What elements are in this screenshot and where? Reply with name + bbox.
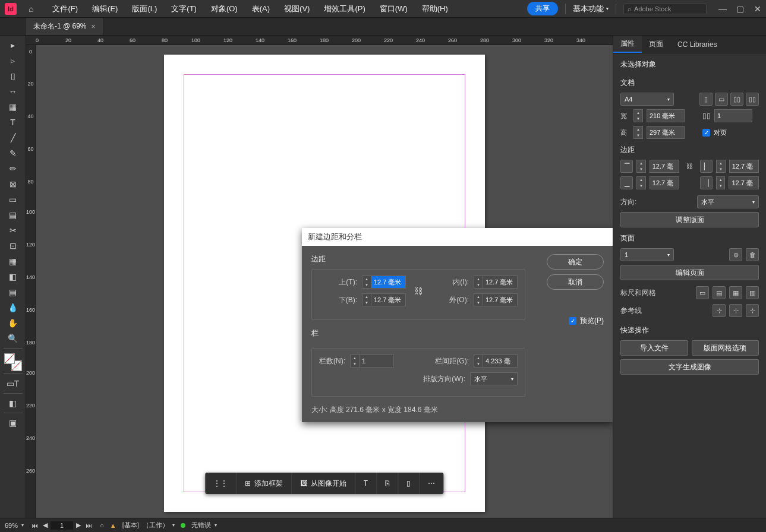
document-grid-icon[interactable]: ▦ xyxy=(729,286,742,299)
menu-object[interactable]: 对象(O) xyxy=(204,4,245,14)
tool-direct-select[interactable]: ▹ xyxy=(5,53,21,68)
tool-scissors[interactable]: ✂ xyxy=(5,223,21,238)
tool-content-collector[interactable]: ▦ xyxy=(5,100,21,114)
delete-page-icon[interactable]: 🗑 xyxy=(746,248,759,261)
gutter-stepper[interactable]: ▲▼ xyxy=(474,354,483,368)
current-page-display[interactable]: 1 xyxy=(51,521,73,530)
menu-table[interactable]: 表(A) xyxy=(245,4,277,14)
tool-free-transform[interactable]: ⊡ xyxy=(5,239,21,253)
edit-pages-button[interactable]: 编辑页面 xyxy=(620,265,759,280)
margin-inside-stepper[interactable]: ▲▼ xyxy=(474,276,483,289)
tool-note[interactable]: ▤ xyxy=(5,285,21,299)
margin-top-stepper[interactable]: ▲▼ xyxy=(362,276,371,289)
menu-help[interactable]: 帮助(H) xyxy=(415,4,455,14)
maximize-button[interactable]: ▢ xyxy=(736,4,743,14)
cancel-button[interactable]: 取消 xyxy=(547,274,604,290)
margin-top-input[interactable]: 12.7 毫米 xyxy=(371,276,406,289)
gutter-input[interactable]: 4.233 毫 xyxy=(483,354,518,368)
margin-inside-input[interactable]: 12.7 毫米 xyxy=(483,276,518,289)
link-margins-panel-icon[interactable]: ⛓ xyxy=(683,163,696,170)
ruler-icon[interactable]: ▭ xyxy=(696,286,709,299)
baseline-grid-icon[interactable]: ▤ xyxy=(713,286,726,299)
binding-right-icon[interactable]: ▯▯ xyxy=(746,93,759,106)
next-page-icon[interactable]: ▶ xyxy=(74,521,83,529)
tab-properties[interactable]: 属性 xyxy=(613,36,642,53)
tool-pencil[interactable]: ✏ xyxy=(5,162,21,176)
workspace-status[interactable]: [基本]（工作）▾ xyxy=(122,521,175,530)
add-frame-button[interactable]: ⊞添加框架 xyxy=(237,473,292,494)
color-swatches[interactable] xyxy=(4,353,22,371)
orientation-portrait-icon[interactable]: ▯ xyxy=(699,93,713,106)
menu-edit[interactable]: 编辑(E) xyxy=(85,4,125,14)
fill-swatch[interactable] xyxy=(4,353,15,364)
binding-left-icon[interactable]: ▯▯ xyxy=(730,93,743,106)
height-input[interactable]: 297 毫米 xyxy=(647,126,685,139)
tool-type[interactable]: T xyxy=(5,115,21,129)
more-icon[interactable]: ⋯ xyxy=(420,473,443,494)
margin-outside-stepper[interactable]: ▲▼ xyxy=(474,293,483,306)
smart-guides-icon[interactable]: ⊹ xyxy=(746,304,759,317)
link-margins-icon[interactable]: ⛓ xyxy=(411,286,426,296)
panel-margin-inside-stepper[interactable]: ▲▼ xyxy=(716,160,725,173)
new-page-icon[interactable]: ⊕ xyxy=(729,248,742,261)
direction-panel-dropdown[interactable]: 水平▾ xyxy=(697,195,759,208)
tab-cc-libraries[interactable]: CC Libraries xyxy=(670,36,724,53)
panel-margin-inside-input[interactable]: 12.7 毫 xyxy=(729,160,759,173)
grid-options-icon[interactable]: ▥ xyxy=(746,286,759,299)
height-stepper[interactable]: ▲▼ xyxy=(633,126,643,139)
tool-hand[interactable]: ✋ xyxy=(5,316,21,330)
workspace-selector[interactable]: 基本功能 ▾ xyxy=(573,4,609,14)
direction-dropdown[interactable]: 水平▾ xyxy=(470,372,518,385)
panel-margin-outside-stepper[interactable]: ▲▼ xyxy=(716,176,726,189)
tool-apply-color[interactable]: ◧ xyxy=(5,396,21,410)
column-count-input[interactable]: 1 xyxy=(360,354,394,368)
panel-margin-outside-input[interactable]: 12.7 毫 xyxy=(729,176,759,189)
copy-icon[interactable]: ⎘ xyxy=(377,473,398,494)
tool-container-text-toggle[interactable]: ▭T xyxy=(5,376,21,391)
zoom-control[interactable]: 69%▾ xyxy=(5,522,24,529)
tool-pen[interactable]: ✎ xyxy=(5,146,21,160)
home-icon[interactable]: ⌂ xyxy=(29,4,33,14)
page-navigator[interactable]: ⏮ ◀ 1 ▶ ⏭ xyxy=(30,521,94,530)
import-file-button[interactable]: 导入文件 xyxy=(620,340,688,356)
menu-type[interactable]: 文字(T) xyxy=(164,4,204,14)
tool-zoom[interactable]: 🔍 xyxy=(5,331,21,346)
tool-selection[interactable]: ▸ xyxy=(5,38,21,52)
page-number-dropdown[interactable]: 1▾ xyxy=(620,248,674,261)
tab-pages[interactable]: 页面 xyxy=(642,36,670,53)
text-tool-icon[interactable]: T xyxy=(355,473,377,494)
guides-hide-icon[interactable]: ⊹ xyxy=(713,304,726,317)
menu-file[interactable]: 文件(F) xyxy=(45,4,85,14)
menu-window[interactable]: 窗口(W) xyxy=(373,4,415,14)
margin-bottom-stepper[interactable]: ▲▼ xyxy=(362,293,371,306)
panel-margin-bottom-input[interactable]: 12.7 毫 xyxy=(650,176,680,189)
error-status[interactable]: 无错误▾ xyxy=(191,521,217,530)
facing-pages-checkbox[interactable]: ✓对页 xyxy=(702,128,727,137)
menu-plugins[interactable]: 增效工具(P) xyxy=(317,4,372,14)
panel-margin-top-stepper[interactable]: ▲▼ xyxy=(636,160,645,173)
menu-view[interactable]: 视图(V) xyxy=(277,4,317,14)
guides-lock-icon[interactable]: ⊹ xyxy=(729,304,742,317)
close-button[interactable]: ✕ xyxy=(754,4,761,14)
first-page-icon[interactable]: ⏮ xyxy=(30,522,40,529)
ok-button[interactable]: 确定 xyxy=(547,254,604,270)
tool-grid[interactable]: ▤ xyxy=(5,208,21,222)
tool-page[interactable]: ▯ xyxy=(5,69,21,83)
tool-gap[interactable]: ↔ xyxy=(5,84,21,99)
text-to-image-button[interactable]: 文字生成图像 xyxy=(620,359,759,375)
tool-line[interactable]: ╱ xyxy=(5,131,21,145)
width-stepper[interactable]: ▲▼ xyxy=(633,109,643,122)
minimize-button[interactable]: — xyxy=(718,4,726,14)
preset-dropdown[interactable]: A4▾ xyxy=(620,93,674,106)
paste-icon[interactable]: ▯ xyxy=(398,473,420,494)
tool-eyedropper[interactable]: 💧 xyxy=(5,300,21,315)
dialog-titlebar[interactable]: 新建边距和分栏 xyxy=(302,228,613,246)
from-image-button[interactable]: 🖼从图像开始 xyxy=(292,473,355,494)
prev-page-icon[interactable]: ◀ xyxy=(41,521,49,529)
grid-options-button[interactable]: 版面网格选项 xyxy=(692,340,759,356)
search-input[interactable]: ⌕ Adobe Stock xyxy=(623,4,707,14)
tool-view-mode[interactable]: ▣ xyxy=(5,416,21,430)
pages-input[interactable]: 1 xyxy=(714,109,752,122)
document-tab[interactable]: 未命名-1 @ 69% × xyxy=(26,18,103,35)
menu-layout[interactable]: 版面(L) xyxy=(125,4,164,14)
